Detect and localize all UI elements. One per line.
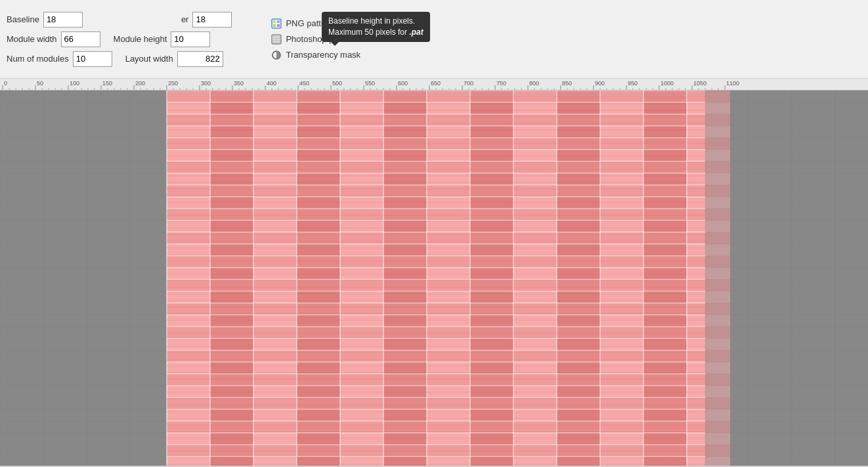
baseline-group: Baseline bbox=[7, 12, 83, 28]
baseline-group-2: er bbox=[181, 12, 232, 28]
module-height-group: Module height bbox=[114, 31, 211, 47]
fields-row-1: Baseline er bbox=[7, 12, 232, 28]
canvas-area[interactable] bbox=[0, 91, 868, 466]
svg-rect-1 bbox=[273, 20, 276, 23]
module-height-input[interactable] bbox=[171, 31, 210, 47]
tooltip-pat: .pat bbox=[409, 28, 423, 37]
png-pattern-label: PNG pattern bbox=[286, 18, 333, 28]
transparency-mask-label: Transparency mask bbox=[286, 50, 360, 60]
ps-icon bbox=[271, 34, 282, 45]
baseline-label: Baseline bbox=[7, 14, 39, 24]
baseline-input-2[interactable] bbox=[192, 12, 232, 28]
layout-width-label: Layout width bbox=[125, 54, 173, 64]
svg-rect-2 bbox=[277, 20, 280, 23]
mask-icon bbox=[271, 50, 282, 60]
module-width-input[interactable] bbox=[61, 31, 100, 47]
baseline-input-1[interactable] bbox=[43, 12, 83, 28]
layout-width-input[interactable] bbox=[177, 51, 223, 67]
num-modules-input[interactable] bbox=[73, 51, 112, 67]
transparency-mask-button[interactable]: Transparency mask bbox=[269, 49, 363, 62]
toolbar: Baseline er Module width Module height N… bbox=[0, 0, 868, 79]
svg-rect-4 bbox=[277, 24, 280, 27]
baseline-label-2: er bbox=[181, 14, 189, 24]
module-width-label: Module width bbox=[7, 34, 57, 44]
fields-container: Baseline er Module width Module height N… bbox=[7, 12, 232, 67]
png-pattern-button[interactable]: PNG pattern bbox=[269, 17, 363, 30]
fields-row-3: Num of modules Layout width bbox=[7, 51, 232, 67]
fields-row-2: Module width Module height bbox=[7, 31, 232, 47]
png-icon bbox=[271, 18, 282, 29]
layout-width-group: Layout width bbox=[125, 51, 223, 67]
num-modules-label: Num of modules bbox=[7, 54, 69, 64]
photoshop-pattern-label: Photoshop pattern bbox=[286, 34, 355, 44]
photoshop-pattern-button[interactable]: Photoshop pattern bbox=[269, 33, 363, 46]
module-width-group: Module width bbox=[7, 31, 100, 47]
ruler bbox=[0, 79, 868, 91]
module-height-label: Module height bbox=[114, 34, 167, 44]
svg-rect-3 bbox=[273, 24, 276, 27]
num-modules-group: Num of modules bbox=[7, 51, 112, 67]
export-buttons: PNG pattern Photoshop pattern bbox=[269, 17, 363, 62]
